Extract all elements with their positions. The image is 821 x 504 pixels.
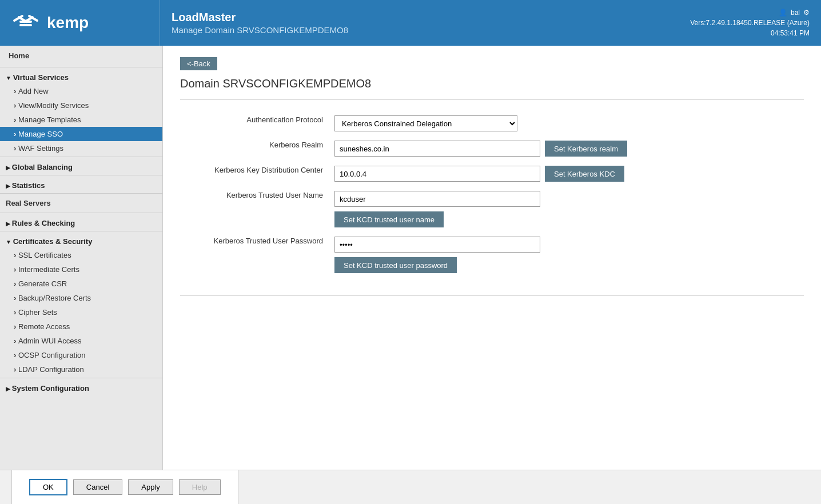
logo-area: LoadMaster kemp: [0, 0, 160, 46]
ok-button[interactable]: OK: [29, 479, 67, 495]
divider-4: [0, 193, 162, 194]
sidebar-item-ldap[interactable]: LDAP Configuration: [0, 362, 162, 377]
kerberos-user-label: Kerberos Trusted User Name: [180, 186, 329, 232]
back-button[interactable]: <-Back: [180, 57, 217, 70]
kerberos-kdc-row: Kerberos Key Distribution Center Set Ker…: [180, 161, 804, 186]
kerberos-user-input[interactable]: [334, 191, 540, 207]
svg-rect-4: [19, 21, 32, 23]
kemp-brand: kemp: [47, 14, 89, 32]
dialog-buttons: OK Cancel Apply Help: [11, 470, 238, 504]
set-kcd-pass-button[interactable]: Set KCD trusted user password: [334, 257, 457, 273]
settings-icon[interactable]: ⚙: [803, 9, 810, 17]
main-layout: Home Virtual Services Add New View/Modif…: [0, 46, 821, 470]
sidebar-section-virtual-services[interactable]: Virtual Services: [0, 69, 162, 84]
form-table: Authentication Protocol Kerberos Constra…: [180, 111, 804, 278]
sidebar-item-manage-templates[interactable]: Manage Templates: [0, 113, 162, 127]
set-kerberos-realm-button[interactable]: Set Kerberos realm: [545, 141, 627, 157]
apply-button[interactable]: Apply: [128, 479, 173, 495]
version-info: Vers:7.2.49.1.18450.RELEASE (Azure): [690, 19, 810, 27]
top-divider: [180, 99, 804, 99]
header: LoadMaster kemp LoadMaster Manage Domain…: [0, 0, 821, 46]
kerberos-pass-row: Kerberos Trusted User Password Set KCD t…: [180, 232, 804, 278]
kerberos-user-group: Set KCD trusted user name: [334, 191, 798, 227]
sidebar-item-ocsp[interactable]: OCSP Configuration: [0, 348, 162, 362]
user-info: 👤 bal ⚙: [779, 9, 810, 17]
cancel-button[interactable]: Cancel: [73, 479, 122, 495]
bottom-bar: OK Cancel Apply Help: [0, 470, 821, 504]
kerberos-kdc-input[interactable]: [334, 166, 540, 182]
page-subtitle: Manage Domain SRVSCONFIGKEMPDEMO8: [172, 25, 667, 35]
auth-protocol-cell: Kerberos Constrained Delegation SAML NTL…: [329, 111, 804, 136]
sidebar-section-certificates[interactable]: Certificates & Security: [0, 233, 162, 248]
kerberos-pass-label: Kerberos Trusted User Password: [180, 232, 329, 278]
auth-protocol-label: Authentication Protocol: [180, 111, 329, 136]
divider-7: [0, 378, 162, 378]
sidebar-item-backup-restore[interactable]: Backup/Restore Certs: [0, 291, 162, 305]
sidebar-item-cipher-sets[interactable]: Cipher Sets: [0, 305, 162, 319]
username: bal: [791, 9, 800, 17]
bottom-divider: [180, 295, 804, 295]
sidebar-item-intermediate-certs[interactable]: Intermediate Certs: [0, 262, 162, 277]
sidebar-item-view-modify[interactable]: View/Modify Services: [0, 98, 162, 113]
sidebar-section-global-balancing[interactable]: Global Balancing: [0, 158, 162, 174]
sidebar-item-generate-csr[interactable]: Generate CSR: [0, 277, 162, 291]
divider-6: [0, 231, 162, 231]
set-kcd-user-button[interactable]: Set KCD trusted user name: [334, 211, 444, 227]
kerberos-pass-cell: Set KCD trusted user password: [329, 232, 804, 278]
divider-3: [0, 175, 162, 175]
kerberos-kdc-group: Set Kerberos KDC: [334, 166, 798, 182]
sidebar-item-waf-settings[interactable]: WAF Settings: [0, 141, 162, 155]
header-main: LoadMaster Manage Domain SRVSCONFIGKEMPD…: [160, 0, 679, 46]
app-title: LoadMaster: [172, 11, 667, 24]
kerberos-realm-cell: Set Kerberos realm: [329, 136, 804, 161]
kerberos-kdc-label: Kerberos Key Distribution Center: [180, 161, 329, 186]
user-icon: 👤: [779, 9, 787, 17]
auth-protocol-select[interactable]: Kerberos Constrained Delegation SAML NTL…: [334, 115, 517, 131]
sidebar-item-admin-wui[interactable]: Admin WUI Access: [0, 334, 162, 348]
kerberos-realm-input[interactable]: [334, 141, 540, 157]
kerberos-pass-group: Set KCD trusted user password: [334, 237, 798, 273]
kemp-logo-icon: [11, 11, 40, 34]
sidebar: Home Virtual Services Add New View/Modif…: [0, 46, 163, 470]
sidebar-section-system-config[interactable]: System Configuration: [0, 379, 162, 395]
sidebar-item-ssl-certs[interactable]: SSL Certificates: [0, 248, 162, 262]
kerberos-user-cell: Set KCD trusted user name: [329, 186, 804, 232]
sidebar-item-remote-access[interactable]: Remote Access: [0, 319, 162, 334]
sidebar-item-manage-sso[interactable]: Manage SSO: [0, 127, 162, 141]
sidebar-section-rules-checking[interactable]: Rules & Checking: [0, 214, 162, 230]
divider-5: [0, 213, 162, 213]
help-button[interactable]: Help: [179, 479, 221, 495]
sidebar-item-real-servers[interactable]: Real Servers: [0, 195, 162, 211]
svg-rect-5: [19, 24, 32, 26]
content-area: <-Back Domain SRVSCONFIGKEMPDEMO8 Authen…: [163, 46, 821, 470]
clock: 04:53:41 PM: [771, 29, 810, 37]
auth-protocol-row: Authentication Protocol Kerberos Constra…: [180, 111, 804, 136]
divider-1: [0, 67, 162, 67]
kerberos-realm-group: Set Kerberos realm: [334, 141, 798, 157]
kerberos-kdc-cell: Set Kerberos KDC: [329, 161, 804, 186]
domain-title: Domain SRVSCONFIGKEMPDEMO8: [180, 77, 804, 90]
kerberos-realm-label: Kerberos Realm: [180, 136, 329, 161]
main-content: <-Back Domain SRVSCONFIGKEMPDEMO8 Authen…: [163, 46, 821, 470]
sidebar-item-add-new[interactable]: Add New: [0, 84, 162, 98]
set-kerberos-kdc-button[interactable]: Set Kerberos KDC: [545, 166, 624, 182]
kerberos-user-row: Kerberos Trusted User Name Set KCD trust…: [180, 186, 804, 232]
kerberos-realm-row: Kerberos Realm Set Kerberos realm: [180, 136, 804, 161]
sidebar-section-statistics[interactable]: Statistics: [0, 177, 162, 192]
kerberos-pass-input[interactable]: [334, 237, 540, 253]
sidebar-item-home[interactable]: Home: [0, 46, 162, 66]
header-right: 👤 bal ⚙ Vers:7.2.49.1.18450.RELEASE (Azu…: [679, 0, 821, 46]
divider-2: [0, 157, 162, 157]
